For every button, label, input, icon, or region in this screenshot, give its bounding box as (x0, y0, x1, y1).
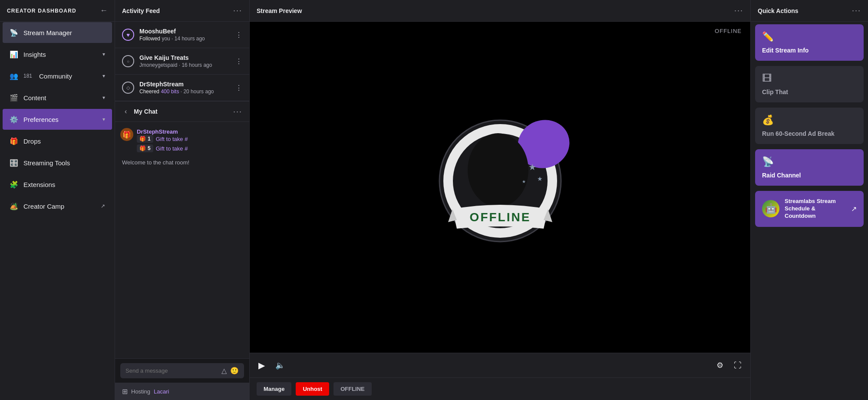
offline-status-label: OFFLINE (715, 28, 742, 34)
activity-user-name: DrStephStream (139, 81, 230, 88)
quick-actions-header: Quick Actions ··· (751, 0, 868, 22)
insights-icon: 📊 (10, 50, 18, 59)
activity-user-name: MooshuBeef (139, 28, 230, 35)
stream-controls-bar: ▶ 🔈 ⚙ ⛶ (250, 353, 750, 377)
sidebar-item-label: Stream Manager (23, 29, 105, 36)
activity-suffix: Jmoneygetspaid · 16 hours ago (139, 62, 212, 68)
main-content: Activity Feed ··· ♥ MooshuBeef Followed … (115, 0, 868, 400)
activity-more-button[interactable]: ⋮ (235, 57, 242, 66)
hosting-bar: ⊞ Hosting Lacari (115, 383, 249, 400)
streamlabs-info: Streamlabs Stream Schedule & Countdown (785, 198, 846, 220)
gift-label: Gift to take # (156, 145, 188, 152)
activity-more-button[interactable]: ⋮ (235, 84, 242, 92)
activity-feed-menu-button[interactable]: ··· (233, 6, 242, 15)
sidebar-item-content[interactable]: 🎬 Content ▾ (3, 87, 112, 108)
activity-feed-header: Activity Feed ··· (115, 0, 249, 22)
activity-feed-title: Activity Feed (122, 7, 160, 14)
activity-description: Jmoneygetspaid · 16 hours ago (139, 62, 230, 68)
qa-edit-stream-info[interactable]: ✏️ Edit Stream Info (755, 24, 864, 61)
sidebar-item-community[interactable]: 👥 181 Community ▾ (3, 66, 112, 86)
sidebar-item-label: Streaming Tools (23, 159, 105, 167)
chat-nav-back[interactable]: ‹ (122, 107, 129, 116)
sidebar-item-creator-camp[interactable]: 🏕️ Creator Camp ↗ (3, 196, 112, 216)
chat-messages-area: 🎁 DrStephStream 🎁 1 Gift to take # (115, 122, 249, 358)
gift-count: 1 (148, 136, 151, 142)
sidebar-item-label: Drops (23, 138, 105, 145)
sidebar-item-insights[interactable]: 📊 Insights ▾ (3, 44, 112, 65)
qa-streamlabs[interactable]: 🤖 Streamlabs Stream Schedule & Countdown… (755, 191, 864, 227)
sidebar-item-preferences[interactable]: ⚙️ Preferences ▾ (3, 109, 112, 130)
hosting-label: Hosting (131, 388, 150, 395)
sidebar-item-streaming-tools[interactable]: 🎛️ Streaming Tools (3, 152, 112, 173)
bits-icon: ◇ (122, 82, 134, 94)
sidebar-item-extensions[interactable]: 🧩 Extensions (3, 174, 112, 195)
preferences-icon: ⚙️ (10, 115, 18, 124)
activity-user-name: Give Kaiju Treats (139, 54, 230, 61)
chat-user-name: DrStephStream (137, 128, 178, 135)
extensions-icon: 🧩 (10, 180, 18, 189)
stream-manager-icon: 📡 (10, 28, 18, 37)
my-chat-title: My Chat (134, 108, 157, 115)
activity-item-mooshu: ♥ MooshuBeef Followed you · 14 hours ago… (115, 22, 249, 48)
sidebar-item-stream-manager[interactable]: 📡 Stream Manager (3, 22, 112, 43)
community-icon: 👥 (10, 72, 18, 80)
stream-preview-header: Stream Preview ··· (250, 0, 750, 22)
sidebar-item-label: Extensions (23, 181, 105, 188)
svg-text:★: ★ (522, 179, 526, 184)
drops-icon: 🎁 (10, 137, 18, 145)
external-link-icon: ↗ (851, 205, 857, 213)
follow-icon: ♥ (122, 29, 134, 41)
play-button[interactable]: ▶ (257, 358, 267, 372)
sidebar-item-label: Community (39, 72, 97, 80)
sidebar-item-label: Insights (23, 51, 97, 58)
settings-button[interactable]: ⚙ (715, 359, 725, 372)
creator-camp-icon: 🏕️ (10, 202, 18, 210)
qa-item-label: Clip That (762, 89, 857, 95)
quick-actions-menu-button[interactable]: ··· (852, 6, 861, 15)
activity-more-button[interactable]: ⋮ (235, 31, 242, 39)
stream-actions-bar: Manage Unhost OFFLINE (250, 377, 750, 400)
panels-row: Activity Feed ··· ♥ MooshuBeef Followed … (115, 0, 868, 400)
svg-text:★: ★ (528, 162, 536, 172)
fullscreen-button[interactable]: ⛶ (732, 359, 743, 372)
back-icon[interactable]: ← (100, 6, 108, 15)
sidebar-item-drops[interactable]: 🎁 Drops (3, 131, 112, 151)
qa-item-label: Raid Channel (762, 172, 857, 179)
gift-icon: 🎁 (139, 136, 146, 142)
activity-feed-panel: Activity Feed ··· ♥ MooshuBeef Followed … (115, 0, 250, 400)
chat-cheers-icon[interactable]: △ (221, 367, 227, 375)
gift-icon: 🎁 (139, 145, 146, 151)
volume-button[interactable]: 🔈 (274, 359, 287, 372)
qa-clip-that[interactable]: 🎞 Clip That (755, 66, 864, 102)
gift-badge-1: 🎁 1 (137, 135, 153, 143)
raid-icon: 📡 (762, 156, 857, 167)
chat-input-row: △ 🙂 (120, 363, 244, 378)
clip-icon: 🎞 (762, 73, 857, 84)
gift-item-1: 🎁 1 Gift to take # (137, 135, 244, 143)
qa-run-ad[interactable]: 💰 Run 60-Second Ad Break (755, 108, 864, 144)
my-chat-menu-button[interactable]: ··· (233, 107, 242, 116)
chat-user-avatar: 🎁 (120, 128, 133, 141)
gift-label: Gift to take # (156, 136, 188, 142)
unhost-button[interactable]: Unhost (296, 382, 329, 396)
chat-input[interactable] (125, 367, 218, 374)
stream-preview-menu-button[interactable]: ··· (734, 6, 743, 15)
qa-item-label: Run 60-Second Ad Break (762, 130, 857, 137)
streaming-tools-icon: 🎛️ (10, 158, 18, 167)
activity-description: Followed you · 14 hours ago (139, 36, 230, 42)
chat-welcome-message: Welcome to the chat room! (119, 155, 246, 170)
chat-msg-content: DrStephStream 🎁 1 Gift to take # (137, 128, 244, 152)
qa-raid-channel[interactable]: 📡 Raid Channel (755, 149, 864, 186)
chat-emoji-icon[interactable]: 🙂 (230, 367, 239, 375)
hosting-channel-name[interactable]: Lacari (154, 388, 169, 395)
activity-info: MooshuBeef Followed you · 14 hours ago (139, 28, 230, 42)
stream-preview-title: Stream Preview (257, 7, 302, 14)
quick-actions-panel: Quick Actions ··· ✏️ Edit Stream Info 🎞 … (751, 0, 868, 400)
sidebar-title: CREATOR DASHBOARD (7, 8, 76, 14)
stream-preview-area: OFFLINE ★ ★ ★ (250, 22, 750, 353)
offline-badge: OFFLINE (333, 382, 372, 396)
gift-count: 5 (148, 145, 151, 151)
manage-button[interactable]: Manage (257, 382, 291, 396)
community-badge: 181 (23, 73, 32, 79)
ad-icon: 💰 (762, 115, 857, 126)
